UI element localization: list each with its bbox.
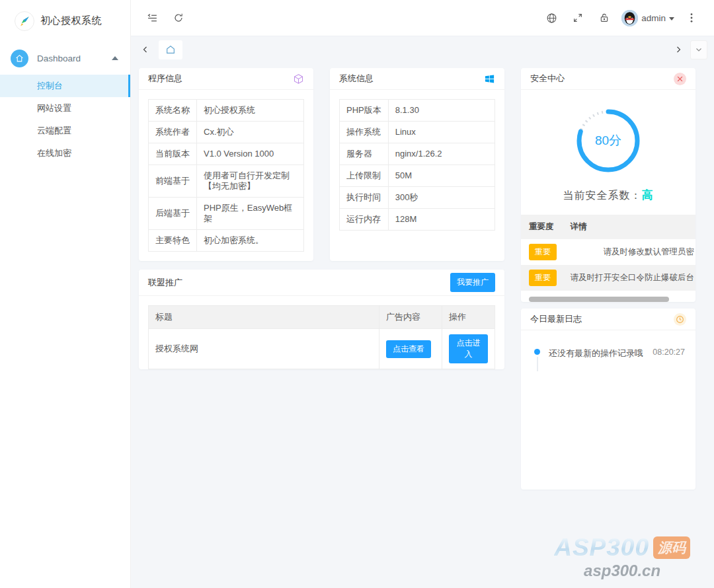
importance-badge: 重要 [529, 244, 557, 260]
system-info-card: 系统信息 PHP版本8.1.30 操作系统Linux 服务器 [330, 68, 504, 261]
top-navbar: admin [131, 0, 714, 36]
username-label: admin [641, 13, 666, 23]
program-info-card: 程序信息 系统名称初心授权系统 系统作者Cx.初心 当前版本 [139, 68, 313, 261]
tab-bar [131, 36, 714, 63]
promo-title: 联盟推广 [148, 277, 182, 289]
sidebar: 初心授权系统 Dashboard 控制台 网站设置 云端配置 在线加密 [0, 0, 131, 588]
globe-icon[interactable] [538, 5, 565, 31]
main-area: admin [131, 0, 714, 588]
table-row: 操作系统Linux [340, 122, 495, 143]
lock-icon[interactable] [591, 5, 617, 31]
table-row: 服务器nginx/1.26.2 [340, 143, 495, 165]
collapse-sidebar-icon[interactable] [139, 5, 165, 31]
promo-col-title: 标题 [149, 306, 379, 329]
table-row: 重要 请及时打开安全口令防止爆破后台 [521, 265, 695, 291]
sidebar-item-cloud-config[interactable]: 云端配置 [0, 120, 130, 142]
enter-site-button[interactable]: 点击进入 [449, 334, 488, 363]
security-center-card: 安全中心 80分 当前安全系数：高 [521, 68, 695, 302]
more-options-icon[interactable] [678, 5, 705, 31]
security-factor-value: 高 [642, 189, 654, 202]
promo-col-ad: 广告内容 [379, 306, 442, 329]
table-row: 运行内存128M [340, 209, 495, 231]
security-score-label: 80分 [572, 104, 645, 177]
tab-home[interactable] [159, 40, 182, 59]
tabs-scroll-right-icon[interactable] [670, 41, 686, 58]
table-row: 系统名称初心授权系统 [149, 100, 304, 122]
chevron-up-icon [112, 56, 118, 60]
fullscreen-icon[interactable] [565, 5, 591, 31]
table-row: 上传限制50M [340, 165, 495, 187]
tabs-scroll-left-icon[interactable] [138, 41, 153, 58]
table-row: 前端基于使用者可自行开发定制【均无加密】 [149, 165, 304, 198]
program-info-table: 系统名称初心授权系统 系统作者Cx.初心 当前版本V1.0 Version 10… [148, 99, 304, 252]
clock-icon [674, 313, 686, 326]
tabs-menu-button[interactable] [690, 40, 707, 59]
log-text: 还没有最新的操作记录哦 [549, 348, 643, 359]
promo-col-action: 操作 [442, 306, 495, 329]
logs-title: 今日最新日志 [530, 313, 582, 325]
dashboard-content: 程序信息 系统名称初心授权系统 系统作者Cx.初心 当前版本 [131, 63, 714, 588]
view-ad-button[interactable]: 点击查看 [386, 340, 431, 358]
promo-card: 联盟推广 我要推广 标题 广告内容 操作 授权系统网 点击查看 点击进入 [139, 270, 504, 369]
windows-icon [484, 73, 495, 85]
table-row: 当前版本V1.0 Version 1000 [149, 143, 304, 165]
table-row: 授权系统网 点击查看 点击进入 [149, 329, 495, 369]
promo-row-title: 授权系统网 [149, 329, 379, 369]
cube-icon [293, 73, 304, 85]
logo-row: 初心授权系统 [0, 0, 130, 42]
security-factor: 当前安全系数：高 [521, 188, 695, 203]
sidebar-item-site-settings[interactable]: 网站设置 [0, 97, 130, 120]
rocket-logo-icon [15, 11, 34, 31]
app-title: 初心授权系统 [40, 15, 102, 27]
security-detail: 请及时修改默认管理员密 [563, 239, 696, 265]
security-score-area: 80分 当前安全系数：高 [521, 90, 695, 203]
refresh-icon[interactable] [165, 5, 192, 31]
sidebar-group-label: Dashboard [37, 54, 81, 63]
table-row: 执行时间300秒 [340, 187, 495, 209]
security-title: 安全中心 [530, 73, 565, 85]
program-info-title: 程序信息 [148, 73, 182, 85]
security-col-importance: 重要度 [521, 215, 563, 239]
timeline-dot-icon [534, 349, 540, 371]
user-menu[interactable]: admin [617, 10, 678, 26]
table-row: 系统作者Cx.初心 [149, 122, 304, 143]
home-tab-icon [165, 44, 176, 55]
security-score-gauge: 80分 [572, 104, 645, 177]
today-logs-card: 今日最新日志 还没有最新的操作记录哦 08:20:27 [521, 309, 695, 490]
promote-button[interactable]: 我要推广 [450, 273, 495, 292]
table-row: 后端基于PHP原生，EasyWeb框架 [149, 198, 304, 230]
horizontal-scrollbar[interactable] [529, 297, 669, 302]
close-icon[interactable] [674, 73, 686, 85]
sidebar-group-dashboard[interactable]: Dashboard [0, 42, 130, 75]
security-detail: 请及时打开安全口令防止爆破后台 [563, 265, 696, 291]
log-time: 08:20:27 [653, 348, 685, 357]
avatar [621, 10, 638, 26]
table-row: 重要 请及时修改默认管理员密 [521, 239, 695, 265]
promo-table: 标题 广告内容 操作 授权系统网 点击查看 点击进入 [148, 305, 495, 369]
security-issues-table: 重要度 详情 重要 请及时修改默认管理员密 重要 请及时打开安全口令防止爆破后台 [521, 215, 695, 291]
importance-badge: 重要 [529, 270, 557, 286]
app-window: 初心授权系统 Dashboard 控制台 网站设置 云端配置 在线加密 [0, 0, 714, 588]
table-row: PHP版本8.1.30 [340, 100, 495, 122]
sidebar-item-console[interactable]: 控制台 [0, 75, 130, 97]
home-icon [11, 50, 28, 67]
chevron-down-icon [669, 17, 674, 20]
sidebar-item-online-encrypt[interactable]: 在线加密 [0, 142, 130, 165]
table-row: 主要特色初心加密系统。 [149, 230, 304, 252]
log-entry: 还没有最新的操作记录哦 08:20:27 [521, 330, 695, 371]
system-info-table: PHP版本8.1.30 操作系统Linux 服务器nginx/1.26.2 上传… [339, 99, 495, 231]
system-info-title: 系统信息 [339, 73, 374, 85]
security-col-detail: 详情 [563, 215, 696, 239]
